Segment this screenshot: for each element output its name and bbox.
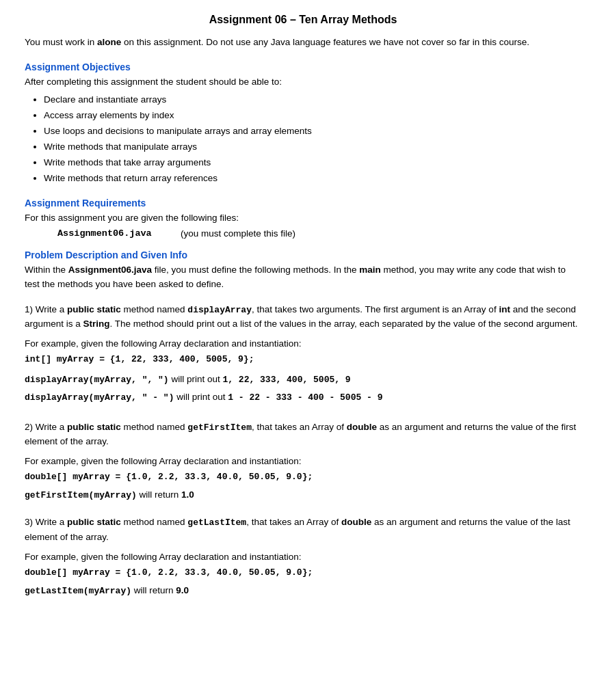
m1-output-line-2: displayArray(myArray, " - ") will print … xyxy=(25,390,581,405)
objectives-list: Declare and instantiate arrays Access ar… xyxy=(44,92,581,187)
m3-code1: getLastItem xyxy=(187,517,246,528)
m3-bold1: public static xyxy=(67,517,121,527)
file-name: Assignment06.java xyxy=(57,228,167,239)
requirements-heading: Assignment Requirements xyxy=(25,198,581,208)
m1-bold2: int xyxy=(499,304,510,314)
intro-bold: alone xyxy=(97,37,121,47)
file-row: Assignment06.java (you must complete thi… xyxy=(57,228,581,239)
m2-will-return: getFirstItem(myArray) will return 1.0 xyxy=(25,489,581,500)
m2-example-intro: For example, given the following Array d… xyxy=(25,456,581,466)
method-1-desc: 1) Write a public static method named di… xyxy=(25,303,581,332)
m1-bold3: String xyxy=(83,319,110,329)
m2-bold2: double xyxy=(347,422,377,432)
file-note: (you must complete this file) xyxy=(181,228,295,239)
list-item: Write methods that take array arguments xyxy=(44,155,581,171)
m1-call-1: displayArray(myArray, ", ") will print o… xyxy=(25,372,581,388)
problem-section: Problem Description and Given Info Withi… xyxy=(25,250,581,292)
m3-example-intro: For example, given the following Array d… xyxy=(25,552,581,562)
m1-bold1: public static xyxy=(67,304,121,314)
m1-call-2: displayArray(myArray, " - ") will print … xyxy=(25,390,581,405)
list-item: Use loops and decisions to manipulate ar… xyxy=(44,124,581,139)
m1-example-code: int[] myArray = {1, 22, 333, 400, 5005, … xyxy=(25,353,581,367)
list-item: Declare and instantiate arrays xyxy=(44,92,581,108)
objectives-heading: Assignment Objectives xyxy=(25,62,581,72)
m2-bold1: public static xyxy=(67,422,121,432)
objectives-section: Assignment Objectives After completing t… xyxy=(25,62,581,187)
problem-intro: Within the Assignment06.java file, you m… xyxy=(25,263,581,292)
m1-output-line-1: displayArray(myArray, ", ") will print o… xyxy=(25,372,581,388)
requirements-intro: For this assignment you are given the fo… xyxy=(25,211,581,226)
method-1-section: 1) Write a public static method named di… xyxy=(25,303,581,405)
list-item: Access array elements by index xyxy=(44,108,581,124)
m1-example-intro: For example, given the following Array d… xyxy=(25,338,581,349)
m2-example-code: double[] myArray = {1.0, 2.2, 33.3, 40.0… xyxy=(25,470,581,485)
list-item: Write methods that return array referenc… xyxy=(44,171,581,187)
objectives-intro: After completing this assignment the stu… xyxy=(25,75,581,90)
m3-will-return: getLastItem(myArray) will return 9.0 xyxy=(25,585,581,596)
m3-return-call: getLastItem(myArray) xyxy=(25,586,131,596)
requirements-section: Assignment Requirements For this assignm… xyxy=(25,198,581,239)
m2-return-val: 1.0 xyxy=(181,489,194,500)
problem-file-bold: Assignment06.java xyxy=(68,265,152,275)
intro-paragraph: You must work in alone on this assignmen… xyxy=(25,36,581,49)
method-3-desc: 3) Write a public static method named ge… xyxy=(25,515,581,544)
m3-bold2: double xyxy=(341,517,371,527)
m2-return-call: getFirstItem(myArray) xyxy=(25,490,137,500)
m3-return-val: 9.0 xyxy=(176,585,189,595)
m2-code1: getFirstItem xyxy=(187,422,252,433)
m3-example-code: double[] myArray = {1.0, 2.2, 33.3, 40.0… xyxy=(25,566,581,580)
problem-main-bold: main xyxy=(359,265,381,275)
list-item: Write methods that manipulate arrays xyxy=(44,139,581,155)
method-2-section: 2) Write a public static method named ge… xyxy=(25,420,581,501)
requirements-table: Assignment06.java (you must complete thi… xyxy=(57,228,581,239)
m1-output-lines: displayArray(myArray, ", ") will print o… xyxy=(25,372,581,405)
method-2-desc: 2) Write a public static method named ge… xyxy=(25,420,581,449)
m1-code1: displayArray xyxy=(187,305,252,315)
problem-heading: Problem Description and Given Info xyxy=(25,250,581,260)
method-3-section: 3) Write a public static method named ge… xyxy=(25,515,581,596)
page-title: Assignment 06 – Ten Array Methods xyxy=(25,14,581,26)
